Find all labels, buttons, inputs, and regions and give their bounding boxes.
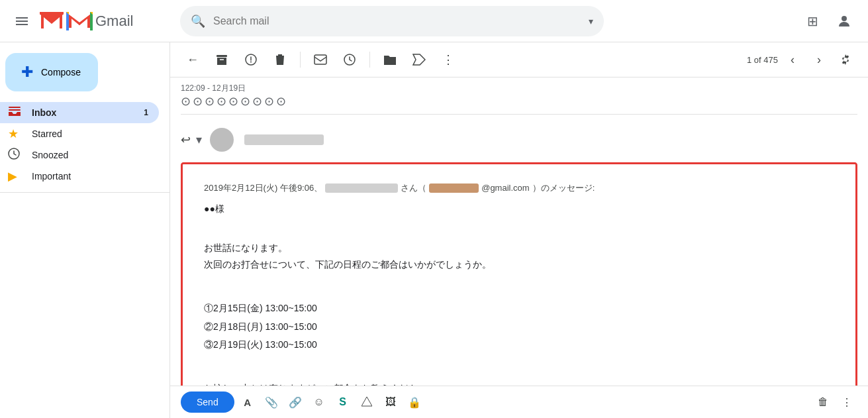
- schedule-1: ①2月15日(金) 13:00~15:00: [204, 300, 834, 317]
- sidebar-item-starred[interactable]: ★ Starred: [0, 123, 159, 144]
- search-input[interactable]: [213, 15, 581, 27]
- format-text-button[interactable]: A: [237, 392, 258, 413]
- svg-marker-13: [362, 397, 372, 406]
- quoted-email-blur: [429, 183, 479, 193]
- svg-rect-6: [9, 107, 21, 108]
- mark-unread-button[interactable]: [309, 48, 332, 72]
- starred-icon: ★: [8, 127, 21, 141]
- meet-button[interactable]: S: [332, 392, 354, 413]
- compose-button[interactable]: ✚ Compose: [5, 53, 98, 91]
- prev-circles: ⊙⊙⊙⊙⊙⊙⊙⊙⊙: [181, 94, 857, 109]
- compose-label: Compose: [41, 67, 81, 78]
- quoted-sender-blur: [325, 183, 398, 193]
- move-button[interactable]: [378, 48, 402, 72]
- gmail-logo: Gmail: [40, 12, 133, 30]
- lock-button[interactable]: 🔒: [404, 392, 425, 413]
- spam-button[interactable]: [239, 48, 263, 72]
- settings-button[interactable]: [834, 48, 857, 72]
- search-icon: 🔍: [191, 14, 205, 28]
- attach-button[interactable]: 📎: [261, 392, 282, 413]
- toolbar-separator-1: [300, 52, 301, 68]
- pagination-text: 1 of 475: [747, 55, 778, 65]
- sidebar-divider: [0, 192, 169, 193]
- quoted-message-suffix: ）のメッセージ:: [532, 180, 595, 195]
- quoted-body: ●●様 お世話になります。 次回のお打合せについて、下記の日程のご都合はいかがで…: [204, 201, 834, 386]
- sidebar-item-snoozed[interactable]: Snoozed: [0, 144, 159, 166]
- prev-page-button[interactable]: ‹: [781, 48, 804, 72]
- schedule-2: ②2月18日(月) 13:00~15:00: [204, 319, 834, 335]
- compose-toolbar: Send A 📎 🔗 ☺ S 🖼 🔒 🗑 ⋮: [170, 386, 868, 418]
- quoted-date: 2019年2月12日(火) 午後9:06、: [204, 180, 322, 195]
- quoted-header: 2019年2月12日(火) 午後9:06、 さん（ @gmail.com ）のメ…: [204, 180, 834, 195]
- reply-header: ↩ ▾: [181, 120, 857, 157]
- quoted-san: さん（: [401, 180, 426, 195]
- search-dropdown-icon[interactable]: ▾: [589, 16, 593, 26]
- sidebar-item-inbox[interactable]: Inbox 1: [0, 102, 159, 123]
- apps-button[interactable]: ⊞: [799, 8, 826, 34]
- svg-point-5: [842, 16, 847, 21]
- compose-right: 🗑 ⋮: [812, 392, 857, 413]
- sidebar-nav: Inbox 1 ★ Starred Snoozed ▶ Important: [0, 102, 169, 187]
- next-page-button[interactable]: ›: [807, 48, 831, 72]
- account-button[interactable]: [831, 8, 857, 34]
- photo-button[interactable]: 🖼: [380, 392, 401, 413]
- topbar-left: Gmail: [11, 10, 169, 32]
- inbox-label: Inbox: [32, 107, 133, 118]
- schedule-3: ③2月19日(火) 13:00~15:00: [204, 337, 834, 353]
- snoozed-label: Snoozed: [32, 150, 148, 160]
- quoted-salutation: ●●様: [204, 201, 834, 217]
- account-icon: [836, 13, 852, 29]
- delete-button[interactable]: [268, 48, 292, 72]
- sidebar-item-important[interactable]: ▶ Important: [0, 166, 159, 187]
- compose-plus-icon: ✚: [21, 64, 33, 81]
- sidebar: ✚ Compose Inbox 1 ★ Starred Snoozed: [0, 42, 169, 418]
- svg-rect-9: [217, 55, 227, 57]
- starred-label: Starred: [32, 129, 148, 139]
- gmail-m-icon: [40, 12, 64, 30]
- inbox-icon: [8, 105, 21, 121]
- reply-to-blur: [244, 134, 324, 145]
- back-button[interactable]: ←: [181, 48, 205, 72]
- reply-avatar: [210, 128, 234, 152]
- label-button[interactable]: [407, 48, 431, 72]
- link-button[interactable]: 🔗: [285, 392, 306, 413]
- snoozed-icon: [8, 148, 21, 162]
- svg-rect-2: [90, 12, 93, 30]
- toolbar-separator-2: [369, 52, 370, 68]
- svg-rect-11: [314, 55, 326, 64]
- discard-button[interactable]: 🗑: [812, 392, 834, 413]
- important-icon: ▶: [8, 169, 21, 183]
- reply-icon[interactable]: ↩: [181, 132, 191, 147]
- svg-rect-1: [66, 12, 69, 30]
- inbox-badge: 1: [144, 108, 148, 117]
- drive-button[interactable]: [356, 392, 377, 413]
- email-toolbar: ← ⋮: [170, 42, 868, 78]
- menu-button[interactable]: [11, 10, 33, 32]
- email-area: ← ⋮: [169, 42, 868, 418]
- reply-dropdown-icon[interactable]: ▾: [196, 132, 202, 147]
- closing-1: お忙しい中とは存じますが、ご都合をお教えください。: [204, 380, 834, 386]
- topbar: Gmail 🔍 ▾ ⊞: [0, 0, 868, 42]
- snooze-toolbar-button[interactable]: [338, 48, 362, 72]
- svg-rect-7: [9, 109, 21, 111]
- email-scroll: 122:09 - 12月19日 ⊙⊙⊙⊙⊙⊙⊙⊙⊙ ↩ ▾ 2019年2月12日…: [170, 78, 868, 386]
- quoted-closing: お忙しい中とは存じますが、ご都合をお教えください。 明後日までにご連絡いただけれ…: [204, 380, 834, 386]
- more-toolbar-button[interactable]: ⋮: [436, 48, 460, 72]
- quoted-box: 2019年2月12日(火) 午後9:06、 さん（ @gmail.com ）のメ…: [181, 162, 857, 386]
- send-button[interactable]: Send: [181, 392, 234, 413]
- search-bar: 🔍 ▾: [180, 6, 604, 36]
- main: ✚ Compose Inbox 1 ★ Starred Snoozed: [0, 42, 868, 418]
- quoted-greeting: お世話になります。 次回のお打合せについて、下記の日程のご都合はいかがでしょうか…: [204, 240, 834, 273]
- emoji-button[interactable]: ☺: [309, 392, 330, 413]
- gmail-label: Gmail: [95, 13, 133, 30]
- gmail-logo-svg: [66, 12, 93, 30]
- topbar-right: ⊞: [799, 8, 857, 34]
- pagination-info: 1 of 475 ‹ ›: [747, 48, 857, 72]
- prev-time: 122:09 - 12月19日: [181, 83, 857, 94]
- more-compose-button[interactable]: ⋮: [836, 392, 857, 413]
- archive-button[interactable]: [210, 48, 234, 72]
- quoted-email-suffix: @gmail.com: [481, 180, 529, 195]
- quoted-schedule: ①2月15日(金) 13:00~15:00 ②2月18日(月) 13:00~15…: [204, 300, 834, 353]
- prev-snippet: 122:09 - 12月19日 ⊙⊙⊙⊙⊙⊙⊙⊙⊙: [181, 78, 857, 115]
- important-label: Important: [32, 171, 148, 182]
